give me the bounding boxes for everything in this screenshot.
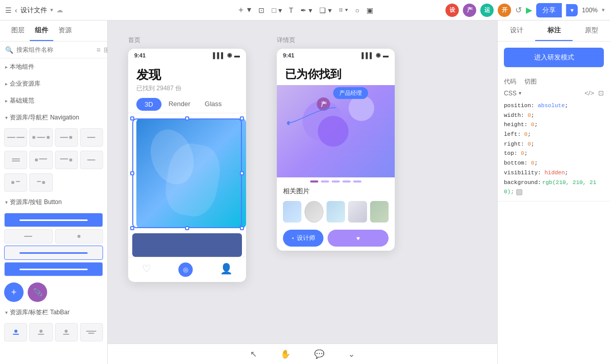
- title-chevron[interactable]: ▾: [50, 7, 53, 13]
- thumb-2[interactable]: [304, 201, 323, 223]
- handle-mr[interactable]: [240, 171, 244, 175]
- nav-component-8[interactable]: [80, 151, 103, 169]
- transform-icon[interactable]: ⌗ ▾: [339, 6, 348, 14]
- text-icon[interactable]: T: [289, 6, 294, 14]
- thumb-5[interactable]: [370, 201, 389, 223]
- nav-heart[interactable]: ♡: [142, 262, 151, 277]
- handle-tl[interactable]: [130, 116, 134, 120]
- nav-component-9[interactable]: [4, 173, 27, 192]
- code-line-8: visibility: hidden;: [504, 168, 604, 178]
- tabbar-item-3[interactable]: [55, 323, 78, 341]
- button-small-2[interactable]: [55, 229, 104, 244]
- button-small-1[interactable]: [4, 229, 53, 244]
- section-title-button: 资源库/按钮 Button: [10, 198, 62, 207]
- code-expand-icon[interactable]: ⊡: [598, 89, 604, 97]
- history-icon[interactable]: ↺: [515, 5, 522, 15]
- right-tab-annotation[interactable]: 标注: [535, 21, 573, 41]
- color-swatch[interactable]: [516, 189, 522, 195]
- thumb-1[interactable]: [283, 201, 301, 223]
- add-icon[interactable]: ＋ ▾: [237, 5, 251, 15]
- right-tab-design[interactable]: 设计: [498, 21, 535, 41]
- nav-component-2[interactable]: [29, 128, 52, 147]
- handle-bc[interactable]: [185, 226, 189, 230]
- cursor-icon[interactable]: ↖: [246, 347, 261, 361]
- section-button[interactable]: ▾ 资源库/按钮 Button: [0, 194, 107, 211]
- play-icon[interactable]: ▶: [526, 5, 532, 15]
- button-full-blue-2[interactable]: [4, 262, 103, 276]
- tabbar-item-2[interactable]: [29, 323, 52, 341]
- section-enterprise[interactable]: ▸ 企业资源库: [0, 75, 107, 92]
- main-area: 图层 组件 资源 🔍 ≡ ⊞ ▸ 本地组件 ▸ 企业资源库 ▸ 基础规范: [0, 21, 610, 364]
- section-tabbar[interactable]: ▾ 资源库/标签栏 TabBar: [0, 304, 107, 321]
- nav-component-10[interactable]: [29, 173, 52, 192]
- cut-label[interactable]: 切图: [524, 77, 537, 86]
- section-local-components[interactable]: ▸ 本地组件: [0, 58, 107, 75]
- share-button[interactable]: 分享: [536, 3, 562, 17]
- section-arrow-base: ▸: [5, 98, 8, 104]
- circle-icon[interactable]: ○: [355, 6, 359, 14]
- pen-icon[interactable]: ✒ ▾: [300, 6, 312, 14]
- nav-discover[interactable]: ◎: [178, 262, 193, 277]
- thumb-4[interactable]: [348, 201, 367, 223]
- handle-tr[interactable]: [240, 116, 244, 120]
- frame-icon[interactable]: ⊡: [258, 6, 265, 14]
- handle-tc[interactable]: [185, 116, 189, 120]
- dot-3[interactable]: [332, 180, 340, 183]
- zoom-chevron[interactable]: ▾: [602, 7, 605, 13]
- nav-component-5[interactable]: [4, 151, 27, 169]
- tabbar-item-4[interactable]: [80, 323, 103, 341]
- nav-component-4[interactable]: [80, 128, 103, 147]
- nav-component-7[interactable]: [55, 151, 78, 169]
- menu-icon[interactable]: ☰: [5, 6, 12, 14]
- page1-subtitle: 已找到 29487 份: [136, 84, 238, 93]
- search-input[interactable]: [16, 46, 93, 53]
- more-icon[interactable]: ⌄: [344, 347, 359, 361]
- rect-icon[interactable]: □ ▾: [272, 6, 281, 14]
- zoom-level[interactable]: 100%: [582, 7, 598, 14]
- handle-bl[interactable]: [130, 226, 134, 230]
- code-copy-icon[interactable]: </>: [584, 89, 594, 97]
- thumb-3[interactable]: [327, 201, 345, 223]
- dot-4[interactable]: [342, 180, 351, 183]
- section-base-spec[interactable]: ▸ 基础规范: [0, 92, 107, 109]
- designer-button[interactable]: ⋆ 设计师: [283, 230, 323, 247]
- shape-icon[interactable]: ❏ ▾: [319, 6, 332, 14]
- layout-icon[interactable]: ▣: [367, 6, 373, 14]
- dot-1[interactable]: [310, 180, 318, 183]
- nav-profile[interactable]: 👤: [220, 262, 233, 277]
- like-button[interactable]: ♥: [328, 230, 389, 247]
- tab-assets[interactable]: 资源: [53, 21, 77, 41]
- nav-component-1[interactable]: [4, 128, 27, 147]
- wifi-icon-2: ◉: [376, 52, 381, 58]
- css-toggle[interactable]: CSS ▾: [504, 90, 521, 97]
- fab-attach[interactable]: 📎: [28, 282, 47, 302]
- hand-icon[interactable]: ✋: [276, 347, 295, 361]
- tabbar-item-1[interactable]: [4, 323, 27, 341]
- button-outline[interactable]: [4, 246, 103, 260]
- dot-5[interactable]: [353, 180, 361, 183]
- nav-component-6[interactable]: [29, 151, 52, 169]
- handle-ml[interactable]: [130, 171, 134, 175]
- button-full-blue[interactable]: [4, 213, 103, 227]
- share-dropdown-button[interactable]: ▾: [566, 4, 578, 16]
- status-time-1: 9:41: [134, 52, 146, 58]
- tab-components[interactable]: 组件: [30, 21, 53, 41]
- main-image-wrapper: [132, 118, 242, 228]
- enter-dev-button[interactable]: 进入研发模式: [504, 48, 604, 67]
- tab-layers[interactable]: 图层: [6, 21, 30, 41]
- right-tab-prototype[interactable]: 原型: [573, 21, 610, 41]
- comment-icon[interactable]: 💬: [310, 347, 329, 361]
- right-tab-group: 设计 标注 原型: [498, 21, 610, 42]
- tab-glass[interactable]: Glass: [197, 96, 229, 113]
- back-icon[interactable]: ‹: [15, 6, 17, 14]
- cloud-icon[interactable]: ☁: [56, 6, 63, 14]
- dot-2[interactable]: [321, 180, 329, 183]
- fab-add[interactable]: +: [4, 282, 24, 302]
- section-nav[interactable]: ▾ 资源库/导航栏 Navigation: [0, 109, 107, 126]
- main-image[interactable]: [136, 118, 246, 228]
- tab-3d[interactable]: 3D: [136, 98, 161, 111]
- tab-render[interactable]: Render: [161, 96, 198, 113]
- nav-component-3[interactable]: [55, 128, 78, 147]
- handle-br[interactable]: [240, 226, 244, 230]
- filter-icon[interactable]: ≡: [96, 46, 100, 54]
